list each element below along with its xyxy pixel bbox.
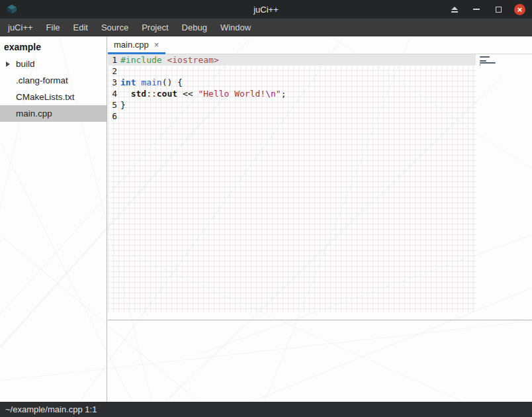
line-number: 2: [109, 66, 117, 77]
line-number: 1: [109, 54, 117, 66]
eject-bar: [451, 11, 458, 13]
menubar: juCi++FileEditSourceProjectDebugWindow: [0, 19, 532, 36]
overview-line-mark: [480, 60, 486, 62]
overview-line-mark: [480, 64, 480, 66]
tab-label: main.cpp: [114, 40, 149, 50]
app-logo-icon: [6, 4, 18, 15]
minimize-bar: [473, 9, 480, 10]
overview-line-mark: [480, 62, 496, 64]
restore-square: [496, 7, 502, 13]
code-text: std::cout << "Hello World!\n";: [120, 88, 286, 99]
eject-triangle: [451, 7, 458, 10]
file-tree: build.clang-formatCMakeLists.txtmain.cpp: [0, 56, 107, 122]
overview-line-mark: [480, 56, 490, 58]
menu-item-file[interactable]: File: [40, 19, 67, 36]
line-number: 4: [109, 88, 117, 99]
line-number: 3: [109, 77, 117, 88]
code-line-3[interactable]: 3int main() {: [108, 77, 476, 88]
project-root-label[interactable]: example: [0, 36, 107, 56]
code-text: int main() {: [120, 77, 183, 88]
restore-icon[interactable]: [492, 3, 504, 15]
app-window: juCi++ × juCi++FileEditSourceProjectDebu…: [0, 0, 532, 417]
tabbar: main.cpp×: [108, 36, 532, 54]
window-controls: ×: [449, 3, 532, 15]
menu-item-project[interactable]: Project: [135, 19, 175, 36]
overview-map[interactable]: [480, 56, 497, 68]
terminal-panel[interactable]: [108, 320, 532, 402]
expand-arrow-icon[interactable]: [6, 62, 10, 67]
tree-item-main-cpp[interactable]: main.cpp: [0, 105, 107, 122]
menu-item-window[interactable]: Window: [214, 19, 257, 36]
line-number: 5: [109, 99, 117, 111]
tree-item-label: .clang-format: [16, 75, 68, 85]
eject-icon[interactable]: [449, 3, 461, 15]
status-path-position: ~/example/main.cpp 1:1: [5, 404, 97, 414]
menu-item-juci[interactable]: juCi++: [1, 19, 40, 36]
code-line-1[interactable]: 1#include <iostream>: [108, 54, 476, 66]
code-text: }: [120, 99, 126, 111]
tab-close-icon[interactable]: ×: [154, 40, 159, 49]
code-line-2[interactable]: 2: [108, 66, 476, 77]
code-line-4[interactable]: 4 std::cout << "Hello World!\n";: [108, 88, 476, 99]
code-area[interactable]: 1#include <iostream>23int main() {4 std:…: [108, 54, 476, 312]
menu-item-edit[interactable]: Edit: [67, 19, 95, 36]
menu-item-debug[interactable]: Debug: [175, 19, 214, 36]
line-number: 6: [109, 111, 117, 122]
tab-main-cpp[interactable]: main.cpp×: [108, 36, 165, 54]
close-icon[interactable]: ×: [514, 4, 525, 15]
tree-item-label: CMakeLists.txt: [16, 92, 75, 102]
editor: 1#include <iostream>23int main() {4 std:…: [108, 54, 532, 320]
tree-item-clang-format[interactable]: .clang-format: [0, 72, 107, 89]
code-line-6[interactable]: 6: [108, 111, 476, 122]
tree-item-label: main.cpp: [16, 109, 52, 118]
tree-item-cmakelists-txt[interactable]: CMakeLists.txt: [0, 89, 107, 105]
main-area: main.cpp× 1#include <iostream>23int main…: [108, 36, 532, 402]
code-text: #include <iostream>: [120, 54, 219, 66]
titlebar: juCi++ ×: [0, 0, 532, 19]
minimize-icon[interactable]: [470, 3, 482, 15]
statusbar: ~/example/main.cpp 1:1: [0, 402, 532, 417]
menu-item-source[interactable]: Source: [95, 19, 135, 36]
code-line-5[interactable]: 5}: [108, 99, 476, 111]
tree-item-build[interactable]: build: [0, 56, 107, 72]
file-tree-panel: example build.clang-formatCMakeLists.txt…: [0, 36, 107, 402]
tree-item-label: build: [16, 59, 35, 69]
